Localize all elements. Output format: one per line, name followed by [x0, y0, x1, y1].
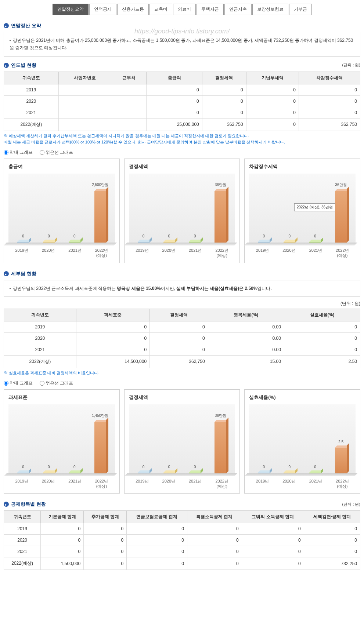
cell: [111, 95, 147, 107]
col-header: 실효세율(%): [284, 309, 360, 321]
unit-label: (단위 : 원): [4, 301, 360, 307]
bar: [189, 242, 201, 243]
cell: 2.50: [284, 355, 360, 368]
bar: [335, 191, 347, 243]
cell: 2019: [4, 321, 76, 332]
cell: 0: [299, 107, 360, 118]
col-header: 귀속년도: [4, 511, 41, 523]
tab-1[interactable]: 인적공제: [89, 4, 116, 15]
x-label: 2020년: [35, 479, 61, 489]
col-header: 귀속년도: [4, 72, 59, 84]
radio-bar[interactable]: [4, 381, 8, 386]
bar: [215, 191, 226, 243]
radio-line[interactable]: [40, 150, 44, 155]
cell: 0: [147, 95, 202, 107]
cell: 0: [202, 107, 246, 118]
radio-bar[interactable]: [4, 150, 8, 155]
bar: [335, 448, 347, 473]
tab-6[interactable]: 연금저축: [224, 4, 252, 15]
cell: 0: [299, 84, 360, 95]
cell: 0: [41, 523, 84, 535]
bar: [189, 473, 201, 473]
col-header: 기본공제 합계: [41, 511, 84, 523]
x-label: 2022년(예상): [209, 248, 235, 258]
chart-title: 결정세액: [129, 394, 235, 401]
cell: 362,750: [150, 355, 208, 368]
col-header: 명목세율(%): [208, 309, 284, 321]
bar: [43, 473, 55, 473]
cell: 2020: [4, 332, 76, 344]
table-row: 2022(예상)14,500,000362,75015.002.50: [4, 355, 360, 368]
charts-row-1: 총급여0002,500만원2019년2020년2021년2022년(예상)결정세…: [4, 159, 360, 263]
cell: 0: [76, 332, 149, 344]
chart-area: 00036만원: [129, 404, 235, 474]
tab-7[interactable]: 보장성보험료: [252, 4, 288, 15]
x-label: 2022년(예상): [88, 248, 115, 258]
bar-value: 2.5: [338, 440, 343, 444]
col-header: 추가공제 합계: [84, 511, 127, 523]
chart-c1: 총급여0002,500만원2019년2020년2021년2022년(예상): [4, 159, 120, 263]
col-header: 귀속년도: [4, 309, 76, 321]
radio-bar-label[interactable]: 막대 그래프: [10, 150, 33, 155]
cell: 0: [84, 535, 127, 546]
tab-0[interactable]: 연말정산요약: [53, 4, 89, 15]
cell: 14,500,000: [76, 355, 149, 368]
col-header: 특별소득공제 합계: [187, 511, 242, 523]
tab-8[interactable]: 기부금: [289, 4, 312, 15]
radio-line[interactable]: [40, 381, 44, 386]
section-summary-title: 연말정산 요약: [4, 22, 360, 29]
x-label: 2019년: [8, 479, 35, 489]
bar: [94, 191, 106, 243]
bar-value: 0: [73, 465, 76, 469]
cell: 0: [127, 546, 187, 557]
table-row: 20190000: [4, 84, 360, 95]
cell: 0.00: [208, 332, 284, 344]
tab-3[interactable]: 교육비: [149, 4, 172, 15]
chart-tooltip: 2022년 (예상), 36만원: [294, 203, 335, 211]
radio-line-label[interactable]: 꺾은선 그래프: [46, 381, 73, 386]
bullet-icon: [4, 63, 9, 68]
col-header: 결정세액: [150, 309, 208, 321]
unit-label: (단위 : 원): [342, 502, 361, 507]
cell: 2020: [4, 535, 41, 546]
col-header: 사업자번호: [58, 72, 111, 84]
tab-5[interactable]: 주택자금: [197, 4, 224, 15]
bar-value: 36만원: [335, 182, 347, 188]
cell: 0: [304, 535, 360, 546]
x-label: 2020년: [276, 248, 302, 258]
table-row: 2021000.000: [4, 344, 360, 355]
cell: 0: [147, 84, 202, 95]
cell: 0: [246, 118, 299, 131]
tab-2[interactable]: 신용카드등: [117, 4, 149, 15]
col-header: 연금보험료공제 합계: [127, 511, 187, 523]
x-label: 2022년(예상): [209, 479, 235, 489]
x-label: 2019년: [129, 479, 155, 489]
yearly-table: 귀속년도사업자번호근무처총급여결정세액기납부세액차감징수세액 201900002…: [4, 72, 360, 131]
cell: [58, 118, 111, 131]
bar: [258, 242, 270, 243]
tab-4[interactable]: 의료비: [173, 4, 196, 15]
bar-value: 0: [22, 234, 24, 238]
deduction-table: 귀속년도기본공제 합계추가공제 합계연금보험료공제 합계특별소득공제 합계그밖의…: [4, 510, 360, 570]
radio-bar-label[interactable]: 막대 그래프: [10, 381, 33, 386]
cell: 0: [150, 332, 208, 344]
x-label: 2021년: [182, 248, 209, 258]
cell: [58, 84, 111, 95]
cell: 25,000,000: [147, 118, 202, 131]
bar: [163, 473, 175, 473]
table-note: ※ 실효세율은 과세표준 대비 결정세액의 비율입니다.: [4, 370, 360, 376]
bar: [138, 473, 149, 473]
bar: [284, 242, 295, 243]
chart-c2: 결정세액00036만원2019년2020년2021년2022년(예상): [124, 159, 240, 263]
x-label: 2021년: [62, 479, 88, 489]
summary-box: 강민우님은 2021년에 비해 총급여가 25,000,000원 증가하고, 소…: [4, 32, 360, 57]
x-label: 2021년: [62, 248, 88, 258]
section-yearly-title: 연도별 현황 (단위 : 원): [4, 62, 360, 69]
bar: [69, 242, 80, 243]
chart-area: 00036만원2022년 (예상), 36만원: [249, 174, 356, 243]
radio-line-label[interactable]: 꺾은선 그래프: [46, 150, 73, 155]
bar-value: 0: [288, 465, 291, 469]
cell: 0: [187, 546, 242, 557]
cell: 2021: [4, 107, 59, 118]
bar: [17, 473, 29, 473]
